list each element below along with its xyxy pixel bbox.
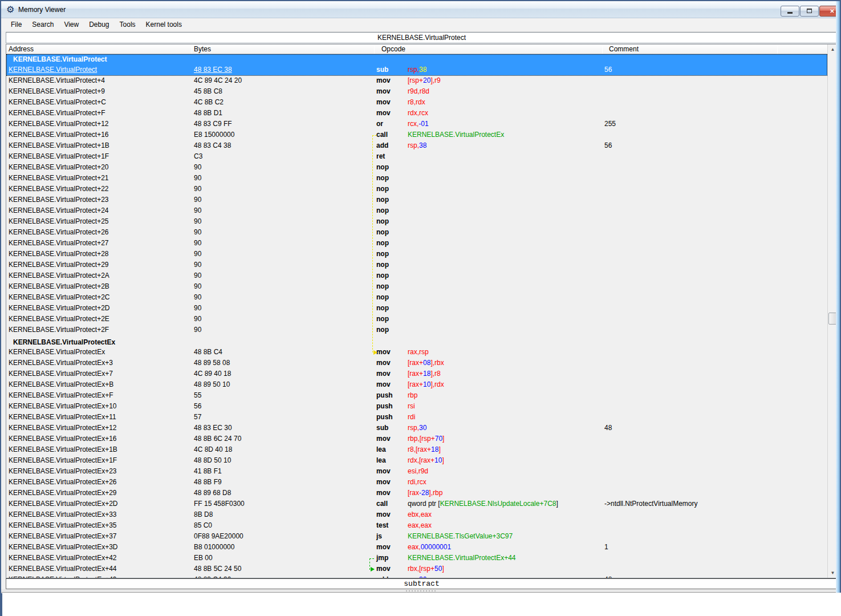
- disasm-row[interactable]: KERNELBASE.VirtualProtect+2F90nop: [6, 325, 827, 335]
- instruction-address: KERNELBASE.VirtualProtectEx+12: [9, 423, 117, 433]
- instruction-bytes: 48 8B F9: [194, 477, 222, 488]
- instruction-bytes: 48 89 68 D8: [194, 488, 231, 499]
- column-divider[interactable]: [777, 45, 778, 54]
- disasm-row[interactable]: KERNELBASE.VirtualProtectEx+370F88 9AE20…: [6, 531, 827, 542]
- instruction-opcode: nop: [376, 249, 389, 260]
- disasm-row[interactable]: KERNELBASE.VirtualProtectEx+338B D8moveb…: [6, 509, 827, 520]
- disasm-row[interactable]: KERNELBASE.VirtualProtect+2190nop: [6, 173, 827, 184]
- disasm-row[interactable]: KERNELBASE.VirtualProtectEx+4448 8B 5C 2…: [6, 564, 827, 574]
- disasm-row[interactable]: KERNELBASE.VirtualProtectEx+F55pushrbp: [6, 390, 827, 401]
- disasm-row[interactable]: KERNELBASE.VirtualProtect+2E90nop: [6, 314, 827, 325]
- disasm-row[interactable]: KERNELBASE.VirtualProtectEx+1248 83 EC 3…: [6, 423, 827, 433]
- disasm-row[interactable]: KERNELBASE.VirtualProtect+2690nop: [6, 227, 827, 238]
- disasm-row[interactable]: KERNELBASE.VirtualProtectEx+B48 89 50 10…: [6, 379, 827, 390]
- disasm-row[interactable]: KERNELBASE.VirtualProtectEx+2648 8B F9mo…: [6, 477, 827, 488]
- disasm-row[interactable]: KERNELBASE.VirtualProtect+1B48 83 C4 38a…: [6, 140, 827, 151]
- hexview-empty-area[interactable]: [1, 593, 841, 616]
- column-divider[interactable]: [602, 45, 603, 54]
- disasm-row[interactable]: KERNELBASE.VirtualProtect+44C 89 4C 24 2…: [6, 75, 827, 86]
- column-divider[interactable]: [192, 45, 192, 54]
- instruction-address: KERNELBASE.VirtualProtectEx+49: [9, 574, 117, 578]
- instruction-operands: rbp,[rsp+70]: [408, 433, 444, 444]
- menu-file[interactable]: File: [6, 19, 27, 30]
- disasm-row[interactable]: KERNELBASE.VirtualProtect+F48 8B D1movrd…: [6, 108, 827, 119]
- instruction-operands: rax,rsp: [408, 347, 429, 358]
- disasm-row[interactable]: KERNELBASE.VirtualProtectEx48 8B C4movra…: [6, 347, 827, 358]
- disasm-row[interactable]: KERNELBASE.VirtualProtectEx+3DB8 0100000…: [6, 542, 827, 553]
- disasm-row[interactable]: KERNELBASE.VirtualProtect+2090nop: [6, 162, 827, 173]
- instruction-address: KERNELBASE.VirtualProtect+28: [9, 249, 109, 260]
- disasm-row[interactable]: KERNELBASE.VirtualProtectEx+1157pushrdi: [6, 412, 827, 423]
- disasm-row[interactable]: KERNELBASE.VirtualProtectEx+1056pushrsi: [6, 401, 827, 412]
- disasm-row[interactable]: KERNELBASE.VirtualProtect+16E8 15000000c…: [6, 129, 827, 140]
- column-header-opcode[interactable]: Opcode: [381, 45, 405, 53]
- disasm-row[interactable]: KERNELBASE.VirtualProtect+2790nop: [6, 238, 827, 249]
- minimize-button[interactable]: [781, 6, 799, 17]
- disasm-row[interactable]: KERNELBASE.VirtualProtect+2890nop: [6, 249, 827, 260]
- instruction-operands: rdx,rcx: [408, 108, 428, 119]
- instruction-bytes: 55: [194, 390, 201, 401]
- instruction-bytes: EB 00: [194, 553, 213, 564]
- disasm-row[interactable]: KERNELBASE.VirtualProtectEx+3585 C0teste…: [6, 520, 827, 531]
- disasm-row[interactable]: KERNELBASE.VirtualProtectEx+2DFF 15 458F…: [6, 499, 827, 509]
- close-icon: ✕: [830, 8, 834, 14]
- instruction-bytes: 48 8B 5C 24 50: [194, 564, 241, 574]
- disasm-row[interactable]: KERNELBASE.VirtualProtect+2290nop: [6, 184, 827, 194]
- disasm-row[interactable]: KERNELBASE.VirtualProtectEx+1B4C 8D 40 1…: [6, 444, 827, 455]
- instruction-operands: r8,rdx: [408, 97, 425, 108]
- disasm-row[interactable]: KERNELBASE.VirtualProtect+2B90nop: [6, 281, 827, 292]
- instruction-operands: [rax+18],r8: [408, 368, 441, 379]
- disasm-row[interactable]: KERNELBASE.VirtualProtectEx+42EB 00jmpKE…: [6, 553, 827, 564]
- column-header-row: Address Bytes Opcode Comment: [6, 44, 827, 54]
- disasm-row[interactable]: KERNELBASE.VirtualProtectEx+2948 89 68 D…: [6, 488, 827, 499]
- instruction-address: KERNELBASE.VirtualProtect+26: [9, 227, 109, 238]
- instruction-bytes: 48 8B C4: [194, 347, 222, 358]
- menu-kernel-tools[interactable]: Kernel tools: [141, 19, 187, 30]
- instruction-bytes: 56: [194, 401, 201, 412]
- disasm-row[interactable]: KERNELBASE.VirtualProtect+2590nop: [6, 216, 827, 227]
- menu-debug[interactable]: Debug: [84, 19, 114, 30]
- menu-tools[interactable]: Tools: [115, 19, 141, 30]
- instruction-address: KERNELBASE.VirtualProtect+2D: [9, 303, 110, 314]
- instruction-bytes: 90: [194, 238, 201, 249]
- disasm-row[interactable]: KERNELBASE.VirtualProtect+2D90nop: [6, 303, 827, 314]
- disasm-row[interactable]: KERNELBASE.VirtualProtect48 83 EC 38subr…: [6, 64, 827, 75]
- column-divider[interactable]: [374, 45, 375, 54]
- instruction-operands: rsp,30: [408, 574, 426, 578]
- menu-bar: File Search View Debug Tools Kernel tool…: [1, 18, 838, 31]
- disasm-row[interactable]: KERNELBASE.VirtualProtect+2990nop: [6, 260, 827, 270]
- disasm-row[interactable]: KERNELBASE.VirtualProtectEx+4948 83 C4 3…: [6, 574, 827, 578]
- cheat-engine-gear-icon: ⚙: [6, 5, 14, 15]
- disasm-row[interactable]: KERNELBASE.VirtualProtectEx+74C 89 40 18…: [6, 368, 827, 379]
- instruction-bytes: 48 83 C4 30: [194, 574, 231, 578]
- disasm-row[interactable]: KERNELBASE.VirtualProtect+1248 83 C9 FFo…: [6, 119, 827, 129]
- disasm-row[interactable]: KERNELBASE.VirtualProtect+2490nop: [6, 205, 827, 216]
- disasm-row[interactable]: KERNELBASE.VirtualProtect+2A90nop: [6, 270, 827, 281]
- instruction-opcode: nop: [376, 314, 389, 325]
- instruction-operands: KERNELBASE.TlsGetValue+3C97: [408, 531, 513, 542]
- instruction-address: KERNELBASE.VirtualProtectEx+B: [9, 379, 113, 390]
- column-header-comment[interactable]: Comment: [609, 45, 639, 53]
- disasm-row[interactable]: KERNELBASE.VirtualProtect+945 8B C8movr9…: [6, 86, 827, 97]
- menu-search[interactable]: Search: [27, 19, 59, 30]
- maximize-button[interactable]: [800, 6, 819, 17]
- title-bar[interactable]: ⚙ Memory Viewer ✕: [1, 1, 841, 18]
- disasm-row[interactable]: KERNELBASE.VirtualProtectEx+1F48 8D 50 1…: [6, 455, 827, 466]
- disasm-row[interactable]: KERNELBASE.VirtualProtect+1FC3ret: [6, 151, 827, 162]
- panel-splitter[interactable]: [1, 589, 841, 593]
- disasm-row[interactable]: KERNELBASE.VirtualProtect+2C90nop: [6, 292, 827, 303]
- menu-view[interactable]: View: [59, 19, 84, 30]
- disasm-row[interactable]: KERNELBASE.VirtualProtectEx+2341 8B F1mo…: [6, 466, 827, 477]
- instruction-address: KERNELBASE.VirtualProtect+21: [9, 173, 109, 184]
- instruction-opcode: mov: [376, 542, 391, 553]
- column-header-address[interactable]: Address: [9, 45, 34, 53]
- disasm-row[interactable]: KERNELBASE.VirtualProtect+C4C 8B C2movr8…: [6, 97, 827, 108]
- instruction-bytes: 48 83 EC 38: [194, 64, 232, 75]
- disasm-row[interactable]: KERNELBASE.VirtualProtectEx+348 89 58 08…: [6, 358, 827, 368]
- instruction-opcode: call: [376, 129, 388, 140]
- instruction-opcode: mov: [376, 564, 391, 574]
- disasm-row[interactable]: KERNELBASE.VirtualProtect+2390nop: [6, 194, 827, 205]
- instruction-address: KERNELBASE.VirtualProtect+23: [9, 194, 109, 205]
- column-header-bytes[interactable]: Bytes: [194, 45, 211, 53]
- disasm-row[interactable]: KERNELBASE.VirtualProtectEx+1648 8B 6C 2…: [6, 433, 827, 444]
